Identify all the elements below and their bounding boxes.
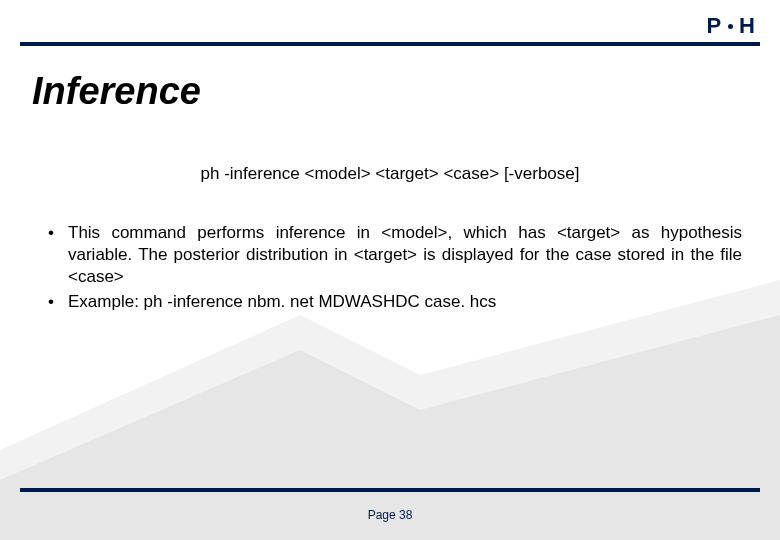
list-item: This command performs inference in <mode… xyxy=(46,222,742,287)
bullet-list: This command performs inference in <mode… xyxy=(46,222,742,317)
bullet-text: Example: ph -inference nbm. net MDWASHDC… xyxy=(68,292,496,311)
logo-letter-h: H xyxy=(739,13,756,39)
page-number: Page 38 xyxy=(0,508,780,522)
footer-divider xyxy=(20,488,760,492)
list-item: Example: ph -inference nbm. net MDWASHDC… xyxy=(46,291,742,313)
brand-logo: P H xyxy=(706,13,756,39)
logo-letter-p: P xyxy=(706,13,722,39)
slide-title: Inference xyxy=(32,70,201,113)
background-shape xyxy=(0,280,780,540)
slide: P H Inference ph -inference <model> <tar… xyxy=(0,0,780,540)
command-syntax: ph -inference <model> <target> <case> [-… xyxy=(0,164,780,184)
logo-dot-icon xyxy=(728,24,733,29)
bullet-text: This command performs inference in <mode… xyxy=(68,223,742,286)
header-divider xyxy=(20,42,760,46)
